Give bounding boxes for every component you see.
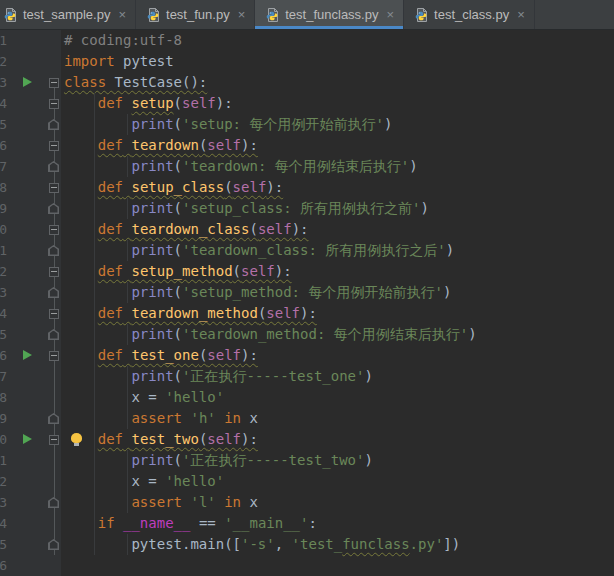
fold-collapse-icon[interactable] [49,78,59,88]
line-number: 23 [0,492,7,513]
code-line[interactable]: 18 x = 'hello' [0,387,614,408]
line-number: 19 [0,408,7,429]
code-line[interactable]: 3class TestCase(): [0,72,614,93]
tab-test_class-py[interactable]: test_class.py× [404,0,535,29]
code-line[interactable]: 1# coding:utf-8 [0,30,614,51]
fold-collapse-icon[interactable] [49,99,59,109]
code-token: ) [409,158,417,174]
tab-test_sample-py[interactable]: test_sample.py× [0,0,136,29]
code-line[interactable]: 14 def teardown_method(self): [0,303,614,324]
code-line[interactable]: 24 if __name__ == '__main__': [0,513,614,534]
code-token [64,326,131,342]
fold-end-icon[interactable] [48,497,59,508]
line-number: 25 [0,534,7,555]
tab-test_funclass-py[interactable]: test_funclass.py× [255,0,404,29]
code-line[interactable]: 6 def teardown(self): [0,135,614,156]
code-token: pytest [115,53,174,69]
code-line[interactable]: 21 print('正在执行-----test_two') [0,450,614,471]
code-token: def [98,221,123,237]
editor-gutter: 15 [0,324,61,345]
code-line[interactable]: 20 def test_two(self): [0,429,614,450]
editor-gutter: 17 [0,366,61,387]
code-text: print('teardown_class: 所有用例执行之后') [61,240,454,261]
fold-end-icon[interactable] [48,119,59,130]
code-line[interactable]: 25 pytest.main(['-s', 'test_funclass.py'… [0,534,614,555]
editor-gutter: 25 [0,534,61,555]
tab-test_fun-py[interactable]: test_fun.py× [136,0,255,29]
editor-gutter: 21 [0,450,61,471]
code-line[interactable]: 17 print('正在执行-----test_one') [0,366,614,387]
fold-end-icon[interactable] [48,539,59,550]
code-line[interactable]: 15 print('teardown_method: 每个用例结束后执行') [0,324,614,345]
fold-collapse-icon[interactable] [49,183,59,193]
line-number: 13 [0,282,7,303]
code-line[interactable]: 9 print('setup_class: 所有用例执行之前') [0,198,614,219]
code-token [64,452,131,468]
code-token: 'teardown_method: 每个用例结束后执行' [182,326,468,342]
code-token: import [64,53,115,69]
code-line[interactable]: 23 assert 'l' in x [0,492,614,513]
code-line[interactable]: 19 assert 'h' in x [0,408,614,429]
code-token: ) [468,326,476,342]
fold-collapse-icon[interactable] [49,141,59,151]
line-number: 2 [0,51,7,72]
code-line[interactable]: 13 print('setup_method: 每个用例开始前执行') [0,282,614,303]
fold-end-icon[interactable] [48,287,59,298]
code-token: '正在执行-----test_two' [182,452,364,468]
code-line[interactable]: 5 print('setup: 每个用例开始前执行') [0,114,614,135]
fold-end-icon[interactable] [48,161,59,172]
code-token: setup_method [131,263,232,279]
line-number: 4 [0,93,7,114]
code-line[interactable]: 10 def teardown_class(self): [0,219,614,240]
code-text: def teardown(self): [61,135,258,156]
code-token: self [207,431,241,447]
code-line[interactable]: 7 print('teardown: 每个用例结束后执行') [0,156,614,177]
code-line[interactable]: 12 def setup_method(self): [0,261,614,282]
code-token: ): [241,431,258,447]
code-token [216,410,224,426]
editor-tab-bar: test_sample.py×test_fun.py×test_funclass… [0,0,614,30]
code-token: 'l' [190,494,215,510]
run-arrow-icon[interactable] [23,350,32,360]
code-line[interactable]: 2import pytest [0,51,614,72]
tab-close-icon[interactable]: × [118,8,126,21]
code-line[interactable]: 26 [0,555,614,576]
code-token: def [98,95,123,111]
tab-close-icon[interactable]: × [238,8,246,21]
code-token: in [224,494,241,510]
code-token [64,536,131,552]
fold-end-icon[interactable] [48,203,59,214]
tab-close-icon[interactable]: × [517,8,525,21]
tab-close-icon[interactable]: × [386,8,394,21]
code-token: x = [64,389,165,405]
code-token: ): [300,305,317,321]
code-token: print [131,242,173,258]
code-line[interactable]: 8 def setup_class(self): [0,177,614,198]
code-token: def [98,137,123,153]
code-token: TestCase(): [106,74,207,90]
code-token: ( [174,284,182,300]
line-number: 21 [0,450,7,471]
fold-collapse-icon[interactable] [49,267,59,277]
code-line[interactable]: 22 x = 'hello' [0,471,614,492]
fold-collapse-icon[interactable] [49,351,59,361]
code-line[interactable]: 16 def test_one(self): [0,345,614,366]
fold-collapse-icon[interactable] [49,225,59,235]
fold-end-icon[interactable] [48,413,59,424]
code-line[interactable]: 4 def setup(self): [0,93,614,114]
run-arrow-icon[interactable] [23,434,32,444]
editor-gutter: 2 [0,51,61,72]
code-token: ) [364,368,372,384]
lightbulb-icon[interactable] [71,433,82,443]
line-number: 12 [0,261,7,282]
code-token: if [98,515,115,531]
fold-end-icon[interactable] [48,245,59,256]
code-token: pytest.main([ [131,536,241,552]
code-editor[interactable]: 1# coding:utf-82import pytest3class Test… [0,30,614,576]
fold-collapse-icon[interactable] [49,435,59,445]
code-token: ( [249,221,257,237]
fold-end-icon[interactable] [48,329,59,340]
code-line[interactable]: 11 print('teardown_class: 所有用例执行之后') [0,240,614,261]
fold-collapse-icon[interactable] [49,309,59,319]
run-arrow-icon[interactable] [23,77,32,87]
